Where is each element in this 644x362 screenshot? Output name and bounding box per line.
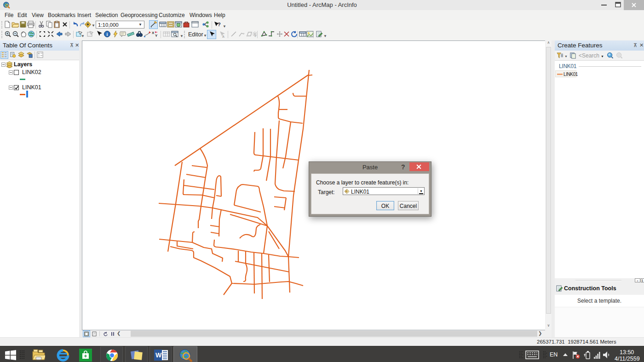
svg-text:i: i — [107, 32, 108, 37]
svg-text:X: X — [152, 31, 155, 35]
svg-text:A: A — [222, 35, 224, 38]
svg-text:Y: Y — [155, 34, 158, 38]
svg-text:?: ? — [218, 22, 221, 27]
